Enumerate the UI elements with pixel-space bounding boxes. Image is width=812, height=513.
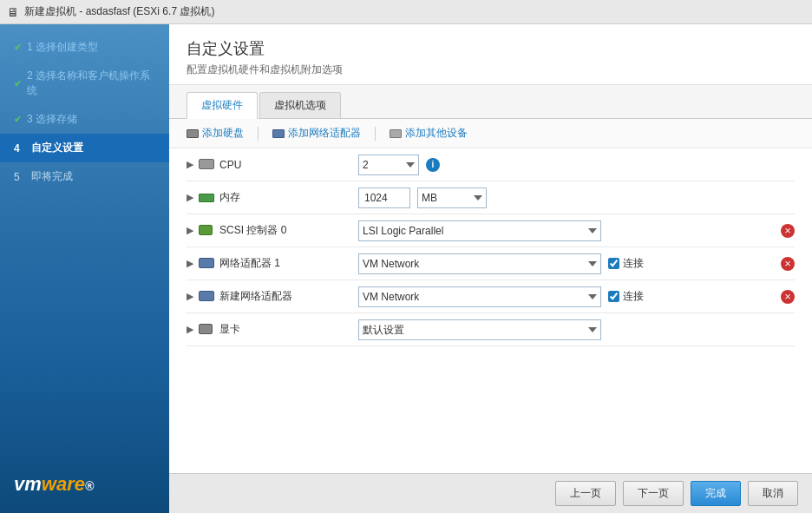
network1-controls: VM Network 连接 × (358, 253, 795, 274)
network1-connect-checkbox[interactable] (608, 258, 619, 269)
network2-select[interactable]: VM Network (358, 286, 601, 307)
sidebar-step1-label: 1 选择创建类型 (27, 40, 98, 55)
cpu-icon (199, 159, 216, 171)
display-expand[interactable]: ▶ (187, 324, 199, 335)
cpu-select[interactable]: 2 1 4 8 (358, 155, 419, 175)
network2-delete-button[interactable]: × (781, 290, 795, 304)
title-bar-text: 新建虚拟机 - asdasfasf (ESXi 6.7 虚拟机) (24, 4, 214, 19)
prev-button[interactable]: 上一页 (555, 481, 616, 506)
network2-label: 新建网络适配器 (219, 289, 358, 304)
page-title: 自定义设置 (187, 38, 795, 59)
check-icon-1: ✔ (14, 42, 22, 53)
sidebar-step3-label: 3 选择存储 (27, 112, 77, 127)
network2-controls: VM Network 连接 × (358, 286, 795, 307)
page-subtitle: 配置虚拟机硬件和虚拟机附加选项 (187, 62, 795, 77)
network1-select[interactable]: VM Network (358, 253, 601, 274)
sidebar-item-step4[interactable]: 4 自定义设置 (0, 134, 169, 162)
sidebar-step2-label: 2 选择名称和客户机操作系统 (27, 69, 159, 98)
sidebar-item-step3[interactable]: ✔ 3 选择存储 (0, 105, 169, 134)
page-header: 自定义设置 配置虚拟机硬件和虚拟机附加选项 (169, 24, 812, 85)
sidebar-step5-number: 5 (14, 171, 26, 183)
toolbar-separator-1 (258, 127, 259, 141)
next-button[interactable]: 下一页 (623, 481, 684, 506)
sidebar-item-step2[interactable]: ✔ 2 选择名称和客户机操作系统 (0, 62, 169, 105)
settings-area: ▶ CPU 2 1 4 8 i ▶ (169, 148, 812, 473)
sidebar-step5-label: 即将完成 (31, 169, 73, 184)
cpu-row: ▶ CPU 2 1 4 8 i (187, 148, 795, 181)
sidebar-item-step5[interactable]: 5 即将完成 (0, 162, 169, 191)
sidebar: ✔ 1 选择创建类型 ✔ 2 选择名称和客户机操作系统 ✔ 3 选择存储 4 自… (0, 24, 169, 513)
scsi-label: SCSI 控制器 0 (219, 223, 358, 238)
scsi-icon (199, 225, 216, 237)
scsi-controls: LSI Logic Parallel LSI Logic SAS VMware … (358, 220, 795, 241)
toolbar-separator-2 (375, 127, 376, 141)
cpu-expand[interactable]: ▶ (187, 159, 199, 170)
tab-options[interactable]: 虚拟机选项 (259, 92, 341, 118)
memory-expand[interactable]: ▶ (187, 192, 199, 203)
network2-connect-label: 连接 (608, 289, 644, 304)
cpu-label: CPU (219, 159, 358, 171)
add-disk-button[interactable]: 添加硬盘 (187, 126, 244, 141)
scsi-row: ▶ SCSI 控制器 0 LSI Logic Parallel LSI Logi… (187, 214, 795, 247)
sidebar-step4-label: 自定义设置 (31, 141, 83, 155)
sidebar-item-step1[interactable]: ✔ 1 选择创建类型 (0, 33, 169, 62)
memory-label: 内存 (219, 190, 358, 205)
network2-expand[interactable]: ▶ (187, 291, 199, 302)
bottom-bar: 上一页 下一页 完成 取消 (169, 473, 812, 513)
finish-button[interactable]: 完成 (691, 481, 741, 506)
scsi-delete-button[interactable]: × (781, 224, 795, 238)
scsi-select[interactable]: LSI Logic Parallel LSI Logic SAS VMware … (358, 220, 601, 241)
display-row: ▶ 显卡 默认设置 (187, 313, 795, 346)
display-label: 显卡 (219, 322, 358, 337)
display-controls: 默认设置 (358, 319, 795, 340)
vmware-brand: vmware® (14, 473, 155, 496)
sidebar-step4-number: 4 (14, 142, 26, 155)
check-icon-2: ✔ (14, 78, 22, 89)
network1-delete-button[interactable]: × (781, 257, 795, 271)
memory-controls: MB GB (358, 187, 795, 208)
network1-expand[interactable]: ▶ (187, 258, 199, 269)
network2-icon (199, 291, 216, 303)
memory-input[interactable] (358, 187, 410, 208)
add-other-button[interactable]: 添加其他设备 (390, 126, 468, 141)
toolbar: 添加硬盘 添加网络适配器 添加其他设备 (169, 119, 812, 148)
network-add-icon (272, 129, 285, 138)
memory-icon (199, 192, 216, 204)
title-bar: 🖥 新建虚拟机 - asdasfasf (ESXi 6.7 虚拟机) (0, 0, 812, 24)
network2-row: ▶ 新建网络适配器 VM Network 连接 × (187, 280, 795, 313)
add-network-button[interactable]: 添加网络适配器 (272, 126, 361, 141)
display-icon (199, 324, 216, 336)
main-container: ✔ 1 选择创建类型 ✔ 2 选择名称和客户机操作系统 ✔ 3 选择存储 4 自… (0, 24, 812, 513)
cpu-info-icon[interactable]: i (426, 158, 440, 172)
network1-label: 网络适配器 1 (219, 256, 358, 271)
hdd-icon (187, 129, 199, 138)
tab-hardware[interactable]: 虚拟硬件 (187, 92, 258, 119)
network1-row: ▶ 网络适配器 1 VM Network 连接 × (187, 247, 795, 280)
check-icon-3: ✔ (14, 114, 22, 125)
sidebar-logo: vmware® (0, 456, 169, 513)
device-add-icon (390, 129, 402, 138)
cpu-controls: 2 1 4 8 i (358, 155, 795, 175)
scsi-expand[interactable]: ▶ (187, 225, 199, 236)
tabs-container: 虚拟硬件 虚拟机选项 (169, 85, 812, 119)
cancel-button[interactable]: 取消 (748, 481, 798, 506)
network1-connect-label: 连接 (608, 256, 644, 271)
display-select[interactable]: 默认设置 (358, 319, 601, 340)
network1-icon (199, 258, 216, 270)
memory-row: ▶ 内存 MB GB (187, 181, 795, 214)
content-area: 自定义设置 配置虚拟机硬件和虚拟机附加选项 虚拟硬件 虚拟机选项 添加硬盘 添加… (169, 24, 812, 513)
memory-unit-select[interactable]: MB GB (417, 187, 487, 208)
network2-connect-checkbox[interactable] (608, 291, 619, 302)
